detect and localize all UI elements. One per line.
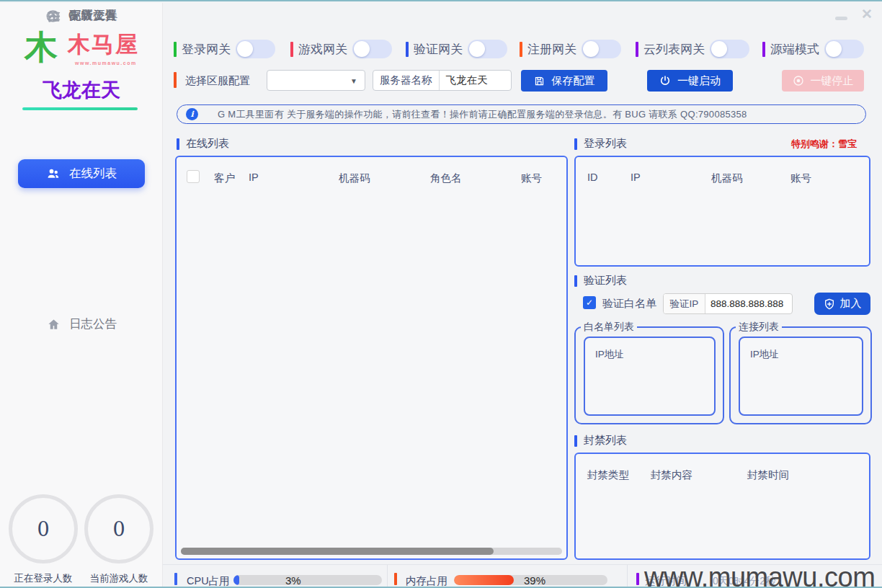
toggle-knob bbox=[826, 41, 842, 57]
connect-list-box: 连接列表 IP地址 bbox=[729, 326, 872, 424]
sidebar-item-online-list[interactable]: 在线列表 bbox=[18, 159, 145, 188]
logging-in-count-circle: 0 bbox=[9, 494, 78, 564]
accent-bar bbox=[394, 573, 397, 585]
accent-bar bbox=[174, 72, 177, 88]
info-icon: i bbox=[186, 108, 198, 120]
save-config-button[interactable]: 保存配置 bbox=[521, 70, 607, 92]
whitelist-box-legend: 白名单列表 bbox=[581, 321, 637, 334]
app-window: ✕ 木 木马屋 www.mumawu.com 飞龙在天 日志公告 在线列表 配置… bbox=[0, 0, 882, 588]
memory-progress-fill bbox=[454, 575, 514, 585]
sidebar-item-label: 日志公告 bbox=[69, 316, 117, 332]
column-header: ID bbox=[587, 172, 598, 183]
brand-site-url: www.mumawu.com bbox=[75, 61, 137, 66]
login-list-title: 登录列表 bbox=[584, 137, 627, 151]
accent-bar bbox=[574, 138, 577, 150]
special-thanks-text: 特别鸣谢：雪宝 bbox=[791, 138, 857, 151]
source-mode-toggle[interactable] bbox=[824, 40, 864, 58]
verify-whitelist-label: 验证白名单 bbox=[602, 297, 656, 311]
gateway-cloudlist: 云列表网关 bbox=[636, 39, 749, 59]
server-title: 飞龙在天 bbox=[0, 77, 163, 103]
column-header: 账号 bbox=[790, 172, 811, 185]
floppy-icon bbox=[534, 75, 545, 86]
column-header: 封禁内容 bbox=[651, 468, 692, 482]
toggle-knob bbox=[583, 41, 599, 57]
ip-address-header: IP地址 bbox=[750, 348, 779, 361]
ban-list-title: 封禁列表 bbox=[584, 434, 627, 447]
cpu-progress-fill bbox=[233, 575, 239, 585]
column-header: IP bbox=[249, 172, 259, 183]
cpu-percent-text: 3% bbox=[285, 574, 301, 587]
server-name-label: 服务器名称 bbox=[373, 71, 440, 90]
ip-address-header: IP地址 bbox=[595, 348, 624, 361]
verify-ip-group: 验证IP 888.888.888.888 bbox=[663, 293, 793, 314]
sidebar-item-log-announcement[interactable]: 日志公告 bbox=[0, 311, 163, 337]
ban-list-table: 封禁类型 封禁内容 封禁时间 bbox=[574, 453, 870, 560]
notice-text: G M工具里面有 关于服务端的操作功能，请前往查看！操作前请正确配置服务端的登录… bbox=[218, 108, 747, 121]
select-config-label: 选择区服配置 bbox=[185, 74, 250, 88]
horizontal-scrollbar[interactable] bbox=[181, 548, 562, 555]
gateway-label: 验证网关 bbox=[414, 41, 463, 58]
memory-usage-label: 内存占用 bbox=[406, 574, 447, 588]
minimize-icon[interactable] bbox=[835, 17, 847, 20]
online-list-header: 在线列表 bbox=[177, 137, 229, 151]
ban-list-header: 封禁列表 bbox=[574, 434, 627, 447]
close-icon[interactable]: ✕ bbox=[861, 7, 873, 21]
column-header: 封禁时间 bbox=[747, 468, 789, 482]
title-underline bbox=[22, 107, 138, 110]
accent-bar bbox=[636, 573, 639, 585]
accent-bar bbox=[636, 42, 638, 57]
login-list-table: ID IP 机器码 账号 bbox=[574, 156, 870, 267]
accent-bar bbox=[174, 573, 177, 585]
select-all-checkbox[interactable] bbox=[187, 170, 200, 183]
server-name-group: 服务器名称 飞龙在天 bbox=[373, 70, 512, 91]
scrollbar-thumb[interactable] bbox=[181, 548, 494, 555]
accent-bar bbox=[177, 138, 179, 150]
power-icon bbox=[659, 75, 671, 86]
in-game-count: 0 bbox=[112, 518, 125, 540]
gateway-verify-toggle[interactable] bbox=[468, 40, 507, 58]
column-header: 封禁类型 bbox=[587, 468, 629, 482]
accent-bar bbox=[574, 435, 577, 447]
accent-bar bbox=[406, 42, 409, 57]
one-click-start-button[interactable]: 一键启动 bbox=[647, 70, 733, 92]
toggle-knob bbox=[354, 41, 370, 57]
add-whitelist-button[interactable]: 加入 bbox=[814, 293, 870, 315]
gateway-label: 云列表网关 bbox=[643, 41, 705, 58]
add-whitelist-label: 加入 bbox=[840, 297, 862, 311]
gateway-game: 游戏网关 bbox=[290, 39, 392, 59]
sidebar-item-label: 更新公告 bbox=[69, 8, 117, 24]
update-icon bbox=[46, 9, 61, 23]
sidebar-item-update-announcement[interactable]: 更新公告 bbox=[0, 3, 163, 29]
column-header: 账号 bbox=[521, 172, 542, 185]
column-header: 角色名 bbox=[430, 172, 462, 185]
connect-list-legend: 连接列表 bbox=[736, 321, 782, 334]
in-game-count-circle: 0 bbox=[84, 494, 153, 564]
connect-list: IP地址 bbox=[739, 337, 863, 416]
gateway-cloudlist-toggle[interactable] bbox=[710, 40, 749, 58]
users-icon bbox=[46, 166, 61, 181]
online-list-title: 在线列表 bbox=[186, 137, 229, 151]
gateway-game-toggle[interactable] bbox=[352, 40, 392, 58]
gateway-register: 注册网关 bbox=[520, 39, 621, 59]
column-header: IP bbox=[631, 172, 641, 183]
column-header: 机器码 bbox=[339, 172, 370, 185]
in-game-count-label: 当前游戏人数 bbox=[79, 572, 159, 585]
accent-bar bbox=[762, 42, 765, 57]
home-icon bbox=[46, 317, 61, 331]
verify-ip-input[interactable]: 888.888.888.888 bbox=[705, 298, 783, 309]
gateway-label: 登录网关 bbox=[182, 41, 231, 58]
login-list-header: 登录列表 bbox=[574, 137, 627, 151]
accent-bar bbox=[174, 42, 177, 57]
notice-bar: i G M工具里面有 关于服务端的操作功能，请前往查看！操作前请正确配置服务端的… bbox=[177, 104, 866, 124]
one-click-stop-button[interactable]: 一键停止 bbox=[782, 70, 864, 92]
gateway-register-toggle[interactable] bbox=[582, 40, 621, 58]
site-watermark: www.mumawu.com bbox=[644, 562, 875, 588]
online-list-table: 客户 IP 机器码 角色名 账号 bbox=[175, 156, 568, 560]
verify-list-header: 验证列表 bbox=[574, 274, 627, 288]
accent-bar bbox=[290, 42, 293, 57]
server-name-input[interactable]: 飞龙在天 bbox=[440, 74, 488, 87]
gateway-verify: 验证网关 bbox=[406, 39, 507, 59]
server-config-select[interactable]: ▼ bbox=[267, 70, 365, 91]
verify-whitelist-checkbox[interactable]: ✓ bbox=[583, 296, 596, 309]
gateway-login-toggle[interactable] bbox=[236, 40, 275, 58]
